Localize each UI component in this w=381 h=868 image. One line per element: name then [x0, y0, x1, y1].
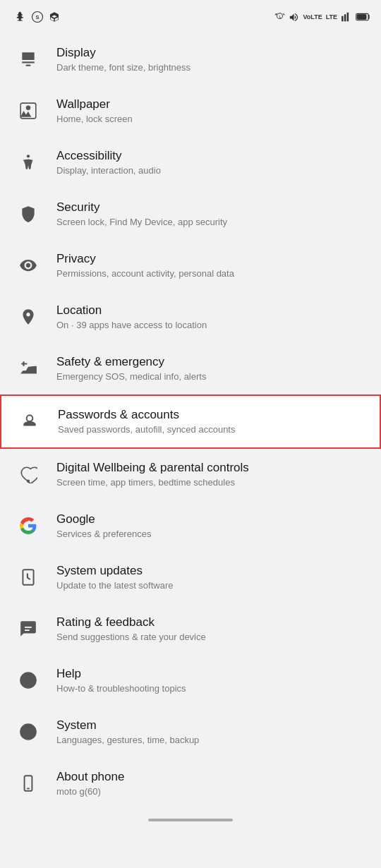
settings-item-display[interactable]: Display Dark theme, font size, brightnes…	[0, 34, 381, 85]
status-right: VoLTE LTE	[274, 12, 371, 23]
settings-item-location[interactable]: Location On · 39 apps have access to loc…	[0, 291, 381, 343]
settings-title-rating: Rating & feedback	[56, 615, 367, 630]
svg-point-6	[27, 155, 30, 158]
settings-item-security[interactable]: Security Screen lock, Find My Device, ap…	[0, 188, 381, 240]
svg-text:?: ?	[26, 676, 31, 686]
settings-subtitle-rating: Send suggestions & rate your device	[56, 632, 367, 644]
settings-item-safety[interactable]: Safety & emergency Emergency SOS, medica…	[0, 343, 381, 394]
settings-subtitle-safety: Emergency SOS, medical info, alerts	[56, 371, 367, 383]
settings-subtitle-location: On · 39 apps have access to location	[56, 320, 367, 332]
system-updates-icon	[14, 563, 42, 591]
settings-title-google: Google	[56, 512, 367, 527]
settings-item-system[interactable]: System Languages, gestures, time, backup	[0, 706, 381, 758]
settings-subtitle-help: How-to & troubleshooting topics	[56, 683, 367, 695]
settings-item-privacy[interactable]: Privacy Permissions, account activity, p…	[0, 240, 381, 291]
settings-subtitle-system: Languages, gestures, time, backup	[56, 735, 367, 747]
settings-item-passwords[interactable]: Passwords & accounts Saved passwords, au…	[0, 394, 381, 449]
settings-item-rating[interactable]: Rating & feedback Send suggestions & rat…	[0, 603, 381, 655]
alarm-icon	[274, 12, 285, 23]
settings-title-privacy: Privacy	[56, 251, 367, 267]
safety-icon	[14, 354, 42, 382]
svg-point-14	[27, 730, 30, 733]
settings-subtitle-security: Screen lock, Find My Device, app securit…	[56, 217, 367, 229]
svg-rect-16	[27, 788, 30, 790]
battery-icon	[356, 12, 371, 22]
location-icon	[14, 303, 42, 331]
google-icon	[14, 512, 42, 540]
bottom-bar	[0, 809, 381, 831]
settings-item-about[interactable]: About phone moto g(60)	[0, 758, 381, 809]
settings-title-display: Display	[56, 45, 367, 61]
nav-indicator	[148, 819, 233, 821]
wellbeing-icon	[14, 460, 42, 488]
settings-subtitle-privacy: Permissions, account activity, personal …	[56, 268, 367, 280]
settings-item-wallpaper[interactable]: Wallpaper Home, lock screen	[0, 85, 381, 137]
signal-icon	[341, 12, 352, 23]
settings-item-google[interactable]: Google Services & preferences	[0, 500, 381, 552]
volume-icon	[289, 12, 299, 23]
svg-rect-3	[357, 15, 366, 19]
settings-item-wellbeing[interactable]: Digital Wellbeing & parental controls Sc…	[0, 449, 381, 500]
settings-subtitle-about: moto g(60)	[56, 786, 367, 798]
security-icon	[14, 200, 42, 228]
settings-item-help[interactable]: ? Help How-to & troubleshooting topics	[0, 655, 381, 706]
settings-subtitle-google: Services & preferences	[56, 529, 367, 541]
status-bar: S VoLTE LTE	[0, 0, 381, 34]
settings-title-location: Location	[56, 303, 367, 318]
accessibility-icon	[14, 148, 42, 176]
shazam-icon: S	[31, 11, 44, 23]
system-icon	[14, 718, 42, 746]
svg-point-9	[27, 480, 30, 483]
snapchat-icon	[14, 11, 27, 23]
privacy-icon	[14, 251, 42, 279]
settings-subtitle-display: Dark theme, font size, brightness	[56, 62, 367, 74]
settings-title-wellbeing: Digital Wellbeing & parental controls	[56, 460, 367, 476]
settings-item-accessibility[interactable]: Accessibility Display, interaction, audi…	[0, 137, 381, 188]
settings-title-accessibility: Accessibility	[56, 148, 367, 164]
settings-title-security: Security	[56, 200, 367, 215]
settings-subtitle-wellbeing: Screen time, app timers, bedtime schedul…	[56, 477, 367, 489]
volte-icon: VoLTE	[303, 13, 322, 20]
settings-subtitle-system-updates: Update to the latest software	[56, 580, 367, 592]
status-left: S	[10, 11, 61, 23]
settings-title-wallpaper: Wallpaper	[56, 97, 367, 112]
box-icon	[48, 11, 61, 23]
settings-list: Display Dark theme, font size, brightnes…	[0, 34, 381, 809]
svg-point-8	[27, 416, 33, 422]
about-icon	[14, 769, 42, 797]
settings-title-system-updates: System updates	[56, 563, 367, 579]
svg-text:S: S	[35, 14, 39, 20]
display-icon	[14, 45, 42, 73]
lte-icon: LTE	[326, 13, 337, 20]
settings-title-system: System	[56, 718, 367, 733]
settings-title-help: Help	[56, 666, 367, 682]
settings-title-safety: Safety & emergency	[56, 354, 367, 370]
settings-subtitle-wallpaper: Home, lock screen	[56, 114, 367, 126]
rating-icon	[14, 615, 42, 643]
settings-subtitle-passwords: Saved passwords, autofill, synced accoun…	[58, 424, 365, 436]
settings-title-passwords: Passwords & accounts	[58, 407, 365, 423]
settings-item-system-updates[interactable]: System updates Update to the latest soft…	[0, 552, 381, 603]
settings-subtitle-accessibility: Display, interaction, audio	[56, 165, 367, 177]
wallpaper-icon	[14, 97, 42, 125]
settings-title-about: About phone	[56, 769, 367, 785]
passwords-icon	[16, 407, 44, 435]
help-icon: ?	[14, 666, 42, 694]
svg-point-4	[26, 106, 31, 111]
